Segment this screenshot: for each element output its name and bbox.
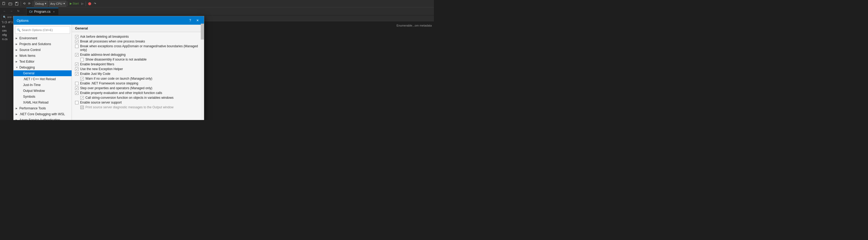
tree-hot-reload[interactable]: .NET / C++ Hot Reload [13, 76, 72, 82]
dialog-help-button[interactable]: ? [187, 17, 193, 24]
option-break-exceptions: Break when exceptions cross AppDomain or… [75, 44, 201, 52]
tree-search-box[interactable]: 🔍 [15, 26, 70, 34]
option-check-7[interactable] [75, 68, 79, 71]
tree-general[interactable]: General [13, 70, 72, 76]
tree-performance-tools[interactable]: ▶ Performance Tools [13, 105, 72, 111]
main-toolbar: ⟲ ⟳ Debug ▾ Any CPU ▾ ▶ Start ▷ ⬤ ↷ [0, 0, 434, 7]
option-check-12[interactable] [75, 91, 79, 95]
option-check-13[interactable] [80, 96, 84, 100]
dialog-close-button[interactable]: ✕ [194, 17, 201, 24]
option-label-3: Break when exceptions cross AppDomain or… [80, 44, 201, 52]
expand-icon: ▶ [16, 49, 19, 51]
expand-icon: ▶ [16, 107, 19, 110]
open-file-button[interactable] [7, 1, 13, 7]
option-label-1: Ask before deleting all breakpoints [80, 35, 129, 38]
expand-icon: ▶ [16, 43, 19, 45]
option-check-3[interactable] [75, 45, 79, 48]
tab-program-cs[interactable]: C# Program.cs × [27, 8, 58, 15]
tab-label: Program.cs [34, 10, 51, 14]
option-label-12: Enable property evaluation and other imp… [80, 91, 162, 95]
option-label-15: Print source server diagnostic messages … [85, 105, 174, 109]
platform-dropdown[interactable]: Any CPU ▾ [49, 1, 66, 7]
option-label-8: Enable Just My Code [80, 72, 110, 76]
tree-azure-auth[interactable]: ▶ Azure Service Authentication [13, 117, 72, 120]
expand-icon: ▼ [16, 66, 19, 69]
option-break-all: Break all processes when one process bre… [75, 39, 201, 44]
option-check-5[interactable] [80, 58, 84, 61]
tree-text-editor[interactable]: ▶ Text Editor [13, 59, 72, 64]
option-label-4: Enable address-level debugging [80, 53, 125, 57]
option-check-4[interactable] [75, 53, 79, 57]
option-label-11: Step over properties and operators (Mana… [80, 86, 152, 90]
scrollbar-thumb[interactable] [201, 25, 204, 39]
option-label-7: Use the new Exception Helper [80, 67, 123, 71]
tab-close-button[interactable]: × [52, 10, 56, 14]
option-ask-delete-breakpoints: Ask before deleting all breakpoints [75, 34, 201, 39]
forward-button[interactable]: → [8, 8, 14, 14]
search-icon: 🔍 [17, 28, 21, 32]
dialog-titlebar: Options ? ✕ [13, 16, 204, 25]
attach-button[interactable]: ▷ [80, 1, 85, 7]
option-label-6: Enable breakpoint filters [80, 62, 114, 66]
tree-projects-solutions[interactable]: ▶ Projects and Solutions [13, 41, 72, 47]
options-search-input[interactable] [22, 28, 68, 32]
option-label-13: Call string-conversion function on objec… [85, 96, 174, 100]
separator-3 [67, 1, 68, 6]
option-print-diagnostic: Print source server diagnostic messages … [75, 105, 201, 110]
tree-environment[interactable]: ▶ Environment [13, 35, 72, 41]
cs-icon: C# [29, 10, 33, 13]
option-property-eval: Enable property evaluation and other imp… [75, 90, 201, 95]
option-exception-helper: Use the new Exception Helper [75, 66, 201, 72]
save-button[interactable] [14, 1, 20, 7]
tree-debugging[interactable]: ▼ Debugging [13, 64, 72, 70]
option-net-framework-source: Enable .NET Framework source stepping [75, 81, 201, 86]
dialog-titlebar-buttons: ? ✕ [187, 17, 201, 24]
tab-bar: C# Program.cs × [27, 7, 434, 16]
tree-symbols[interactable]: Symbols [13, 94, 72, 100]
option-show-disassembly: Show disassembly if source is not availa… [75, 57, 201, 62]
option-check-10[interactable] [75, 82, 79, 85]
stepover-button[interactable]: ↷ [93, 1, 97, 7]
options-dialog: Options ? ✕ 🔍 ▶ Environment [13, 16, 204, 120]
tree-net-core-wsl[interactable]: ▶ .NET Core Debugging with WSL [13, 111, 72, 117]
option-label-14: Enable source server support [80, 101, 122, 104]
option-check-8[interactable] [75, 72, 79, 76]
breakpoint-button[interactable]: ⬤ [87, 1, 92, 7]
undo-button[interactable]: ⟲ [22, 1, 27, 7]
options-list: Ask before deleting all breakpoints Brea… [72, 32, 204, 120]
option-check-6[interactable] [75, 63, 79, 66]
options-tree-panel: 🔍 ▶ Environment ▶ Projects and Solutions… [13, 25, 72, 120]
tree-just-in-time[interactable]: Just-In-Time [13, 82, 72, 88]
option-warn-no-user-code: Warn if no user code on launch (Managed … [75, 76, 201, 81]
options-content-panel: General Ask before deleting all breakpoi… [72, 25, 204, 120]
new-file-button[interactable] [1, 1, 7, 7]
option-check-9[interactable] [80, 77, 84, 80]
option-check-14[interactable] [75, 101, 79, 104]
option-label-10: Enable .NET Framework source stepping [80, 81, 138, 85]
redo-button[interactable]: ⟳ [27, 1, 32, 7]
option-address-level: Enable address-level debugging [75, 52, 201, 57]
tree-output-window[interactable]: Output Window [13, 88, 72, 94]
options-tree: ▶ Environment ▶ Projects and Solutions ▶… [13, 35, 72, 120]
svg-rect-2 [9, 3, 12, 5]
option-check-2[interactable] [75, 40, 79, 43]
separator-2 [33, 1, 33, 6]
dialog-body: 🔍 ▶ Environment ▶ Projects and Solutions… [13, 25, 204, 120]
search-icon: 🔍 [3, 16, 6, 19]
svg-rect-0 [3, 2, 5, 5]
option-check-15[interactable] [80, 106, 84, 109]
start-button[interactable]: ▶ Start [69, 1, 80, 7]
tree-work-items[interactable]: ▶ Work Items [13, 53, 72, 59]
expand-icon: ▶ [16, 119, 19, 120]
option-check-11[interactable] [75, 86, 79, 90]
option-string-conversion: Call string-conversion function on objec… [75, 95, 201, 100]
back-button[interactable]: ← [2, 8, 7, 14]
debug-config-dropdown[interactable]: Debug ▾ [34, 1, 48, 7]
option-check-1[interactable] [75, 35, 79, 38]
tree-xaml-hot-reload[interactable]: XAML Hot Reload [13, 100, 72, 105]
explorer-header: ← → ↻ [0, 7, 26, 14]
scrollbar-track[interactable] [201, 25, 204, 120]
option-label-9: Warn if no user code on launch (Managed … [85, 77, 152, 80]
refresh-button[interactable]: ↻ [16, 8, 21, 14]
tree-source-control[interactable]: ▶ Source Control [13, 47, 72, 53]
